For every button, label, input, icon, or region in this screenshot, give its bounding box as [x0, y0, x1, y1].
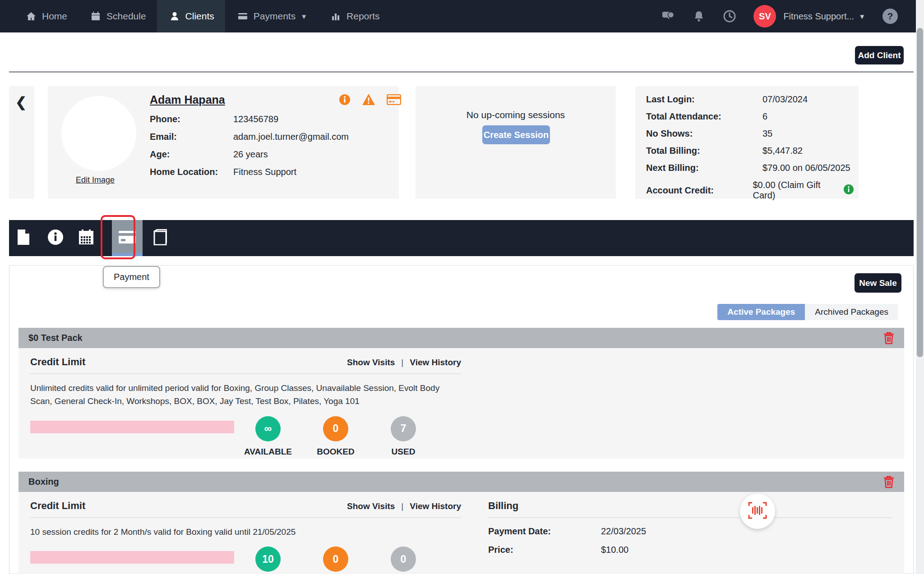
stat-no-shows: No Shows: 35: [646, 129, 854, 139]
info-circle-icon: [47, 229, 64, 247]
billing-section: Billing Payment Date: 22/03/2025 Price: …: [461, 500, 892, 574]
booked-label: BOOKED: [302, 447, 370, 457]
tab-notes[interactable]: [8, 220, 39, 256]
show-visits-link[interactable]: Show Visits: [347, 501, 395, 511]
new-sale-button[interactable]: New Sale: [855, 273, 901, 293]
tab-payment[interactable]: [112, 220, 143, 256]
credit-limit-section: Credit Limit Show Visits | View History …: [30, 356, 461, 457]
create-session-button[interactable]: Create Session: [482, 125, 550, 144]
client-summary-card: Edit Image Adam Hapana Phone: 123456789 …: [48, 86, 399, 199]
credit-card-icon[interactable]: [387, 94, 401, 107]
no-sessions-text: No up-coming sessions: [416, 110, 616, 120]
credit-limit-links: Show Visits | View History: [347, 358, 461, 367]
account-name: Fitness Support...: [783, 11, 854, 22]
package-title: $0 Test Pack: [28, 333, 83, 343]
nav-payments[interactable]: Payments ▼: [225, 0, 318, 32]
location-value: Fitness Support: [233, 167, 296, 177]
available-count: 10: [255, 546, 281, 572]
info-icon[interactable]: [339, 94, 351, 107]
credit-card-icon: [118, 230, 136, 246]
tab-info[interactable]: [40, 220, 71, 256]
package-card-test-pack: $0 Test Pack Credit Limit Show Visits | …: [18, 328, 904, 459]
account-credit-value[interactable]: $0.00 (Claim Gift Card): [753, 180, 838, 201]
stat-account-credit: Account Credit: $0.00 (Claim Gift Card): [646, 180, 854, 201]
gift-card-info-icon[interactable]: [843, 184, 854, 197]
active-packages-tab[interactable]: Active Packages: [717, 304, 805, 320]
client-stats: Last Login: 07/03/2024 Total Attendance:…: [646, 94, 854, 207]
chevron-down-icon: ▼: [300, 13, 307, 20]
back-chevron-icon[interactable]: ❮: [15, 94, 27, 110]
next-billing-value: $79.00 on 06/05/2025: [762, 163, 850, 173]
payment-date-label: Payment Date:: [488, 526, 601, 537]
link-divider: |: [401, 501, 403, 511]
used-count: 0: [391, 546, 416, 572]
used-stat: 7 USED: [370, 416, 437, 457]
last-login-value: 07/03/2024: [762, 94, 808, 105]
nav-payments-label: Payments: [254, 11, 296, 22]
billing-row-price: Price: $10.00: [488, 545, 892, 555]
calendar-icon: [89, 9, 102, 23]
warning-icon[interactable]: [362, 93, 375, 107]
scrollbar-thumb[interactable]: [917, 28, 923, 357]
credit-usage-row: 10 AVAILABLE 0 BOOKED 0 USED: [30, 546, 461, 574]
no-shows-label: No Shows:: [646, 129, 762, 139]
billing-row-payment-date: Payment Date: 22/03/2025: [488, 526, 892, 537]
help-icon[interactable]: ?: [882, 9, 898, 24]
person-icon: [168, 9, 181, 23]
chat-icon[interactable]: [661, 9, 675, 23]
nav-clients-label: Clients: [185, 11, 214, 22]
edit-image-link[interactable]: Edit Image: [76, 175, 115, 185]
total-billing-label: Total Billing:: [646, 146, 762, 156]
delete-package-icon[interactable]: [883, 476, 894, 488]
detail-row-location: Home Location: Fitness Support: [150, 167, 349, 177]
credit-progress-bar: [30, 551, 234, 564]
avatar[interactable]: SV: [753, 5, 776, 28]
nav-schedule[interactable]: Schedule: [78, 0, 157, 32]
no-shows-value: 35: [762, 129, 772, 139]
archived-packages-tab[interactable]: Archived Packages: [805, 304, 898, 320]
booked-stat: 0 BOOKED: [302, 416, 370, 457]
phone-label: Phone:: [150, 114, 233, 124]
top-navbar: Home Schedule Clients Payments ▼: [0, 0, 916, 32]
package-body: Credit Limit Show Visits | View History …: [18, 492, 904, 574]
credit-progress-bar: [30, 421, 234, 433]
bell-icon[interactable]: [692, 9, 706, 23]
available-stat: 10 AVAILABLE: [234, 546, 302, 574]
email-value: adam.joel.turner@gmail.com: [233, 132, 349, 142]
view-history-link[interactable]: View History: [410, 501, 461, 511]
package-title: Boxing: [28, 477, 59, 487]
delete-package-icon[interactable]: [883, 332, 894, 344]
scrollbar[interactable]: [916, 0, 924, 574]
nav-clients[interactable]: Clients: [157, 0, 225, 32]
account-menu[interactable]: Fitness Support... ▼: [783, 11, 865, 22]
credit-usage-row: ∞ AVAILABLE 0 BOOKED 7 USED: [30, 416, 461, 457]
barcode-scan-button[interactable]: [740, 494, 775, 529]
tab-packages[interactable]: [144, 220, 175, 256]
nav-reports[interactable]: Reports: [318, 0, 391, 32]
add-client-button[interactable]: Add Client: [855, 46, 904, 64]
detail-row-age: Age: 26 years: [150, 149, 349, 160]
client-alert-icons: [339, 93, 401, 107]
view-history-link[interactable]: View History: [410, 358, 461, 367]
price-value: $10.00: [601, 545, 628, 555]
link-divider: |: [401, 358, 403, 367]
tab-schedule[interactable]: [71, 220, 102, 256]
age-label: Age:: [150, 149, 233, 160]
chevron-down-icon: ▼: [859, 13, 865, 20]
nav-home[interactable]: Home: [14, 0, 78, 32]
attendance-value: 6: [762, 111, 767, 122]
credit-limit-links: Show Visits | View History: [347, 501, 461, 511]
clock-icon[interactable]: [723, 9, 736, 23]
home-icon: [24, 9, 38, 23]
main-nav: Home Schedule Clients Payments ▼: [0, 0, 391, 32]
client-name[interactable]: Adam Hapana: [150, 93, 225, 106]
next-billing-label: Next Billing:: [646, 163, 762, 173]
billing-title: Billing: [488, 500, 518, 512]
client-section-tabs: [9, 220, 914, 256]
show-visits-link[interactable]: Show Visits: [347, 358, 395, 367]
package-body: Credit Limit Show Visits | View History …: [18, 348, 904, 457]
client-stats-card: Last Login: 07/03/2024 Total Attendance:…: [635, 86, 859, 199]
payment-date-value: 22/03/2025: [601, 526, 646, 537]
phone-value: 123456789: [233, 114, 278, 124]
stat-last-login: Last Login: 07/03/2024: [646, 94, 854, 105]
